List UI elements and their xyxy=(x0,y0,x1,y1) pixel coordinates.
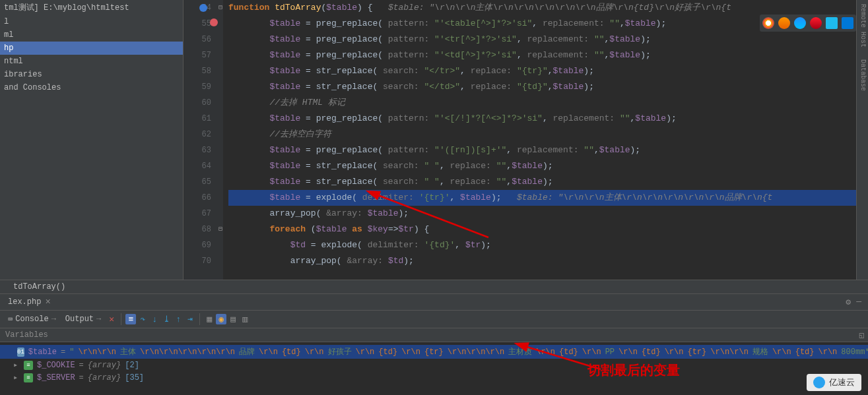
step-over-icon[interactable]: ↷ xyxy=(137,314,148,324)
code-line[interactable]: $table = preg_replace( pattern: "'<td[^>… xyxy=(228,47,868,63)
watch-icon[interactable]: ◉ xyxy=(216,314,226,324)
gutter-line[interactable]: 61 xyxy=(184,111,211,127)
gutter-line[interactable]: 68⊟ xyxy=(184,222,211,237)
editor-area: 54⊟5556575859606162636465666768⊟6970 fun… xyxy=(184,0,868,280)
more-icon[interactable]: ▥ xyxy=(240,314,250,324)
code-line[interactable]: $table = str_replace( search: " ", repla… xyxy=(228,174,868,190)
ie-icon[interactable] xyxy=(826,17,838,29)
gutter-line[interactable]: 58 xyxy=(184,63,211,79)
gear-icon[interactable]: ⚙ xyxy=(846,297,851,307)
force-step-into-icon[interactable]: ⤓ xyxy=(161,314,172,324)
code-line[interactable]: $td = explode( delimiter: '{td}', $tr); xyxy=(228,237,868,253)
watermark-text: 亿速云 xyxy=(829,377,855,388)
gutter-line[interactable]: 69 xyxy=(184,237,211,253)
variable-icon: ≡ xyxy=(24,361,33,370)
tree-item[interactable]: ibraries xyxy=(0,68,183,81)
code-line[interactable]: $table = str_replace( search: " ", repla… xyxy=(228,158,868,174)
gutter-line[interactable]: 59 xyxy=(184,79,211,95)
run-to-cursor-icon[interactable]: ⇥ xyxy=(185,314,195,324)
watermark-icon xyxy=(813,377,825,388)
safari-icon[interactable] xyxy=(794,17,806,29)
fold-icon[interactable]: ⊟ xyxy=(218,222,222,237)
show-frames-icon[interactable]: ≡ xyxy=(125,314,136,324)
code-line[interactable]: $table = str_replace( search: "</tr>", r… xyxy=(228,63,868,79)
sidebar-header: tml测试] E:\myblog\htmltest xyxy=(0,0,183,15)
edge-icon[interactable] xyxy=(842,17,853,29)
tree-item[interactable]: and Consoles xyxy=(0,81,183,94)
gutter-line[interactable]: 67 xyxy=(184,206,211,222)
breadcrumb[interactable]: tdToArray() xyxy=(0,280,868,293)
gutter-line[interactable]: 63 xyxy=(184,142,211,158)
console-tab[interactable]: ⌨Console→ xyxy=(4,313,60,326)
gutter-line[interactable]: 56 xyxy=(184,32,211,47)
gutter-line[interactable]: 60 xyxy=(184,95,211,111)
step-out-icon[interactable]: ↑ xyxy=(173,314,184,324)
tree-item[interactable]: hp xyxy=(0,42,183,55)
tree-item[interactable]: ntml xyxy=(0,55,183,68)
tab-label: lex.php xyxy=(8,297,41,307)
gutter-line[interactable]: 57 xyxy=(184,47,211,63)
step-into-icon[interactable]: ↓ xyxy=(149,314,160,324)
gutter-line[interactable]: 66 xyxy=(184,190,211,206)
code-line[interactable]: $table = str_replace( search: "</td>", r… xyxy=(228,79,868,95)
debug-tab[interactable]: lex.php × xyxy=(0,294,59,310)
remote-host-tab[interactable]: Remote Host xyxy=(859,4,867,47)
code-line[interactable]: array_pop( &array: $table); xyxy=(228,206,868,222)
settings-icon[interactable]: ▤ xyxy=(228,314,238,324)
tree-item[interactable]: l xyxy=(0,15,183,28)
evaluate-icon[interactable]: ▦ xyxy=(204,314,215,324)
variable-icon: 01 xyxy=(17,348,24,357)
annotation-text: 切割最后的变量 xyxy=(587,361,680,379)
minimize-icon[interactable]: — xyxy=(856,297,861,307)
code-line[interactable]: $table = preg_replace( pattern: "'([rn])… xyxy=(228,142,868,158)
project-tree: lmlhpntmlibrariesand Consoles xyxy=(0,15,183,94)
database-tab[interactable]: Database xyxy=(859,59,867,91)
code-line[interactable]: //去掉空白字符 xyxy=(228,127,868,142)
code-line[interactable]: foreach ($table as $key=>$tr) { xyxy=(228,222,868,237)
opera-icon[interactable] xyxy=(810,17,822,29)
variables-panel[interactable]: 01$table = "\r\n\r\n主体\r\n\r\n\r\n\r\n\r… xyxy=(0,342,868,390)
gutter-line[interactable]: 62 xyxy=(184,127,211,142)
code-line[interactable]: $table = explode( delimiter: '{tr}', $ta… xyxy=(228,190,868,206)
code-area[interactable]: function tdToArray($table) { $table: "\r… xyxy=(223,0,868,280)
variable-row[interactable]: ▸≡$_COOKIE = {array} [2] xyxy=(0,359,868,371)
browser-icons xyxy=(760,15,856,32)
tree-item[interactable]: ml xyxy=(0,28,183,42)
gutter-line[interactable]: 65 xyxy=(184,174,211,190)
variable-icon: ≡ xyxy=(24,373,33,382)
debug-tab-bar: lex.php × ⚙ — xyxy=(0,293,868,311)
watermark: 亿速云 xyxy=(807,374,861,391)
project-sidebar[interactable]: tml测试] E:\myblog\htmltest lmlhpntmlibrar… xyxy=(0,0,184,280)
chrome-icon[interactable] xyxy=(762,17,774,29)
close-icon[interactable]: × xyxy=(45,297,50,307)
output-tab[interactable]: Output→ xyxy=(61,313,105,325)
gutter: 54⊟5556575859606162636465666768⊟6970 xyxy=(184,0,223,280)
code-line[interactable]: $table = preg_replace( pattern: "'<tr[^>… xyxy=(228,32,868,47)
gutter-line[interactable]: 70 xyxy=(184,253,211,269)
gutter-line[interactable]: 55 xyxy=(184,16,211,32)
variables-header: Variables ◱ xyxy=(0,328,868,342)
code-line[interactable]: $table = preg_replace( pattern: "'<[/!]*… xyxy=(228,111,868,127)
code-line[interactable]: function tdToArray($table) { $table: "\r… xyxy=(228,0,868,16)
debug-toolbar: ⌨Console→ Output→ ✕ ≡ ↷ ↓ ⤓ ↑ ⇥ ▦ ◉ ▤ ▥ xyxy=(0,311,868,328)
code-line[interactable]: //去掉 HTML 标记 xyxy=(228,95,868,111)
code-line[interactable]: array_pop( &array: $td); xyxy=(228,253,868,269)
firefox-icon[interactable] xyxy=(778,17,790,29)
right-toolwindow-rail[interactable]: Remote Host Database xyxy=(856,0,868,280)
restore-icon[interactable]: ◱ xyxy=(859,330,864,340)
close-icon[interactable]: ✕ xyxy=(106,314,117,324)
variable-row[interactable]: 01$table = "\r\n\r\n主体\r\n\r\n\r\n\r\n\r… xyxy=(0,345,868,359)
gutter-line[interactable]: 64 xyxy=(184,158,211,174)
fold-icon[interactable]: ⊟ xyxy=(218,0,222,16)
variable-row[interactable]: ▸≡$_SERVER = {array} [35] xyxy=(0,371,868,384)
